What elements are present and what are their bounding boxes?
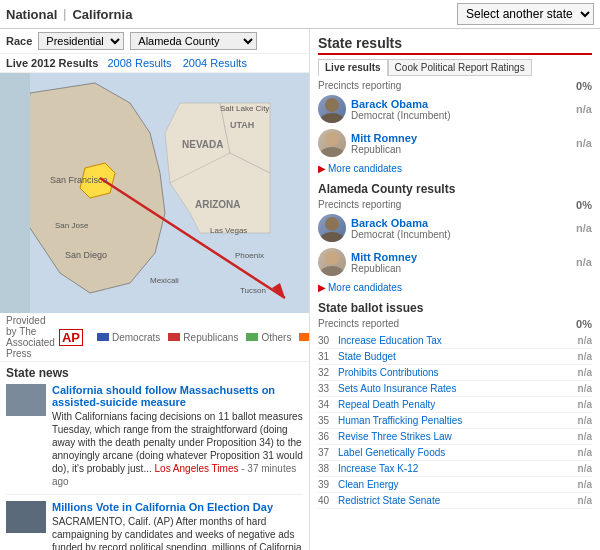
news-item: California should follow Massachusetts o… xyxy=(6,384,303,495)
ballot-desc[interactable]: Increase Education Tax xyxy=(338,333,566,349)
svg-text:UTAH: UTAH xyxy=(230,120,254,130)
obama-name[interactable]: Barack Obama xyxy=(351,98,571,110)
legend-others-label: Others xyxy=(261,332,291,343)
county-romney-info: Mitt Romney Republican xyxy=(351,251,571,274)
romney-photo xyxy=(318,129,346,157)
ballot-row: 35 Human Trafficking Penalties n/a xyxy=(318,413,592,429)
ballot-table: 30 Increase Education Tax n/a 31 State B… xyxy=(318,333,592,509)
obama-party: Democrat (Incumbent) xyxy=(351,110,571,121)
ballot-val: n/a xyxy=(566,349,592,365)
tab-cook[interactable]: Cook Political Report Ratings xyxy=(388,59,532,76)
more-candidates-state[interactable]: ▶ More candidates xyxy=(318,163,592,174)
ballot-desc[interactable]: Increase Tax K-12 xyxy=(338,461,566,477)
main-layout: Race Presidential Senate House Alameda C… xyxy=(0,29,600,550)
ballot-row: 30 Increase Education Tax n/a xyxy=(318,333,592,349)
county-obama-photo xyxy=(318,214,346,242)
ballot-issues-title: State ballot issues xyxy=(318,301,592,315)
ballot-num: 36 xyxy=(318,429,338,445)
ballot-val: n/a xyxy=(566,413,592,429)
ap-logo: AP xyxy=(59,329,83,346)
legend-democrats: Democrats xyxy=(97,332,160,343)
header: National | California Select another sta… xyxy=(0,0,600,29)
county-romney-name[interactable]: Mitt Romney xyxy=(351,251,571,263)
state-selector[interactable]: Select another state xyxy=(457,3,594,25)
state-news-title: State news xyxy=(6,366,303,380)
ballot-val: n/a xyxy=(566,461,592,477)
svg-text:San Francisco: San Francisco xyxy=(50,175,108,185)
tab-live-results[interactable]: Live results xyxy=(318,59,388,76)
ballot-num: 40 xyxy=(318,493,338,509)
ballot-desc[interactable]: Revise Three Strikes Law xyxy=(338,429,566,445)
svg-point-26 xyxy=(325,251,339,265)
news-headline-2[interactable]: Millions Vote in California On Election … xyxy=(52,501,303,513)
ballot-desc[interactable]: Prohibits Contributions xyxy=(338,365,566,381)
news-content-1: California should follow Massachusetts o… xyxy=(52,384,303,488)
svg-text:Mexicali: Mexicali xyxy=(150,276,179,285)
race-select[interactable]: Presidential Senate House xyxy=(38,32,124,50)
news-headline-1[interactable]: California should follow Massachusetts o… xyxy=(52,384,303,408)
ballot-desc[interactable]: Human Trafficking Penalties xyxy=(338,413,566,429)
ballot-desc[interactable]: Clean Energy xyxy=(338,477,566,493)
obama-info: Barack Obama Democrat (Incumbent) xyxy=(351,98,571,121)
ballot-val: n/a xyxy=(566,493,592,509)
nav-national[interactable]: National xyxy=(6,7,57,22)
ballot-row: 32 Prohibits Contributions n/a xyxy=(318,365,592,381)
ballot-precincts-pct: 0% xyxy=(576,318,592,330)
svg-text:San Diego: San Diego xyxy=(65,250,107,260)
svg-text:Phoenix: Phoenix xyxy=(235,251,264,260)
nav-california[interactable]: California xyxy=(72,7,132,22)
county-obama-info: Barack Obama Democrat (Incumbent) xyxy=(351,217,571,240)
news-body-2: SACRAMENTO, Calif. (AP) After months of … xyxy=(52,515,303,550)
ballot-desc[interactable]: Repeal Death Penalty xyxy=(338,397,566,413)
svg-point-21 xyxy=(320,113,344,123)
ballot-num: 32 xyxy=(318,365,338,381)
ballot-num: 31 xyxy=(318,349,338,365)
ballot-val: n/a xyxy=(566,429,592,445)
svg-text:Salt Lake City: Salt Lake City xyxy=(220,104,269,113)
romney-pct: n/a xyxy=(576,137,592,149)
link-2004[interactable]: 2004 Results xyxy=(183,57,247,69)
county-romney-pct: n/a xyxy=(576,256,592,268)
state-results-section: State results Live results Cook Politica… xyxy=(318,35,592,174)
more-candidates-county[interactable]: ▶ More candidates xyxy=(318,282,592,293)
county-precincts-label: Precincts reporting xyxy=(318,199,401,211)
link-2008[interactable]: 2008 Results xyxy=(107,57,171,69)
svg-text:NEVADA: NEVADA xyxy=(182,139,223,150)
arrow-icon-2: ▶ xyxy=(318,282,326,293)
svg-text:ARIZONA: ARIZONA xyxy=(195,199,241,210)
state-select[interactable]: Select another state xyxy=(457,3,594,25)
ballot-issues-section: State ballot issues Precincts reported 0… xyxy=(318,301,592,509)
state-precincts-label: Precincts reporting xyxy=(318,80,401,92)
ballot-desc[interactable]: Sets Auto Insurance Rates xyxy=(338,381,566,397)
ballot-desc[interactable]: Redistrict State Senate xyxy=(338,493,566,509)
county-candidate-row-obama: Barack Obama Democrat (Incumbent) n/a xyxy=(318,214,592,242)
ballot-val: n/a xyxy=(566,365,592,381)
legend-republicans-label: Republicans xyxy=(183,332,238,343)
results-links: Live 2012 Results 2008 Results 2004 Resu… xyxy=(0,54,309,73)
county-candidate-row-romney: Mitt Romney Republican n/a xyxy=(318,248,592,276)
county-obama-name[interactable]: Barack Obama xyxy=(351,217,571,229)
nav-separator: | xyxy=(63,7,66,21)
state-precincts-pct: 0% xyxy=(576,80,592,92)
race-row: Race Presidential Senate House Alameda C… xyxy=(0,29,309,54)
ballot-row: 33 Sets Auto Insurance Rates n/a xyxy=(318,381,592,397)
county-romney-party: Republican xyxy=(351,263,571,274)
news-item: Millions Vote in California On Election … xyxy=(6,501,303,550)
state-results-tabs: Live results Cook Political Report Ratin… xyxy=(318,59,592,76)
county-precincts-pct: 0% xyxy=(576,199,592,211)
svg-text:San Jose: San Jose xyxy=(55,221,89,230)
svg-point-27 xyxy=(320,266,344,276)
svg-point-22 xyxy=(325,132,339,146)
legend-extra xyxy=(299,333,310,341)
ballot-num: 38 xyxy=(318,461,338,477)
ballot-desc[interactable]: Label Genetically Foods xyxy=(338,445,566,461)
ballot-num: 34 xyxy=(318,397,338,413)
ballot-row: 39 Clean Energy n/a xyxy=(318,477,592,493)
county-select[interactable]: Alameda County Los Angeles County xyxy=(130,32,257,50)
ballot-desc[interactable]: State Budget xyxy=(338,349,566,365)
county-results-section: Alameda County results Precincts reporti… xyxy=(318,182,592,293)
race-label: Race xyxy=(6,35,32,47)
romney-name[interactable]: Mitt Romney xyxy=(351,132,571,144)
ballot-num: 39 xyxy=(318,477,338,493)
svg-text:Las Vegas: Las Vegas xyxy=(210,226,247,235)
